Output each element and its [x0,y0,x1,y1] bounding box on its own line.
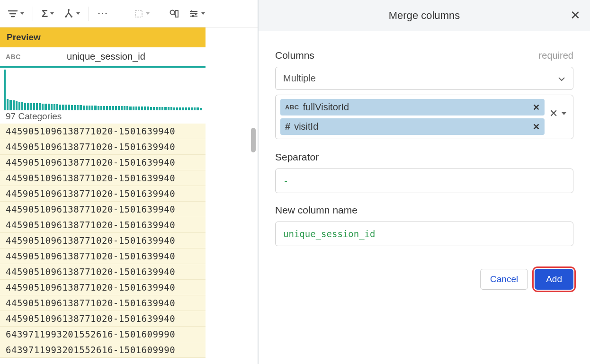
chart-bar [156,107,158,110]
table-row[interactable]: 4459051096138771020-1501639940 [0,264,206,280]
table-row[interactable]: 4459051096138771020-1501639940 [0,217,206,233]
columns-label: Columns [275,50,314,61]
chart-bar [150,107,152,110]
chevron-down-icon[interactable] [562,112,566,115]
column-name: unique_session_id [27,51,200,62]
chart-bar [62,105,64,110]
table-row[interactable]: 4459051096138771020-1501639940 [0,186,206,202]
columns-mode-select[interactable]: Multiple [275,67,573,90]
chevron-down-icon [146,12,150,15]
table-row[interactable]: 4459051096138771020-1501639940 [0,280,206,295]
table-row[interactable]: 4459051096138771020-1501639940 [0,202,206,217]
sigma-button[interactable]: Σ [38,5,58,23]
table-row[interactable]: 4459051096138771020-1501639940 [0,170,206,186]
columns-mode-value: Multiple [283,73,316,84]
table-row[interactable]: 6439711993201552616-1501609990 [0,342,206,358]
new-column-input[interactable]: unique_session_id [275,222,573,246]
svg-point-0 [68,9,70,11]
chart-bar [147,107,149,110]
new-column-value: unique_session_id [283,229,375,239]
chart-bar [121,106,123,110]
scrollbar-thumb[interactable] [251,128,256,152]
columns-chip-input[interactable]: ABCfullVisitorId✕#visitId✕ ✕ [275,95,573,139]
column-chip[interactable]: ABCfullVisitorId✕ [280,99,545,115]
filter-button[interactable] [4,7,28,21]
chevron-down-icon [50,12,54,15]
more-icon: ··· [98,8,108,19]
chart-bar [74,105,76,110]
table-row[interactable]: 4459051096138771020-1501639940 [0,295,206,311]
modal-header: Merge columns ✕ [259,0,590,31]
chip-remove-button[interactable]: ✕ [533,122,540,132]
separator-value: - [283,176,288,186]
chart-bar [118,106,120,110]
chart-bar [54,104,55,110]
close-button[interactable]: ✕ [570,8,581,23]
chevron-down-icon [76,12,80,15]
chart-bar [109,106,111,110]
chart-bar [13,100,15,110]
chart-bar [18,102,20,110]
chart-bar [83,106,85,110]
svg-rect-6 [191,10,192,12]
select-icon [134,9,143,18]
modal-title: Merge columns [389,9,460,22]
split-button[interactable] [60,6,84,22]
chevron-down-icon [558,73,565,84]
chip-label: visitId [294,121,318,132]
svg-point-1 [65,16,67,18]
chart-bar [24,103,26,110]
preview-header: Preview [0,27,206,47]
table-row[interactable]: 4459051096138771020-1501639940 [0,249,206,264]
table-row[interactable]: 4459051096138771020-1501639940 [0,139,206,155]
chart-bar [168,107,170,110]
column-header: ABC unique_session_id [0,47,206,68]
chart-bar [124,106,125,110]
chart-bar [153,107,155,110]
chart-bar [159,107,161,110]
chart-bar [164,107,166,110]
chart-bar [112,106,114,110]
new-column-label: New column name [275,204,573,216]
table-row[interactable]: 4459051096138771020-1501639940 [0,155,206,170]
chart-bar [161,107,163,110]
chart-bar [86,106,88,110]
chart-bar [71,105,73,110]
chevron-down-icon [201,12,205,15]
chart-bar [30,103,32,110]
separator-input[interactable]: - [275,169,573,193]
table-row[interactable]: 6439711993201552616-1501609990 [0,327,206,342]
svg-rect-7 [195,13,197,15]
sigma-icon: Σ [42,8,48,20]
svg-point-2 [71,16,72,18]
data-rows: 4459051096138771020-15016399404459051096… [0,124,206,358]
toolbar: Σ ··· [0,0,258,27]
clear-all-button[interactable]: ✕ [549,107,558,120]
table-row[interactable]: 4459051096138771020-1501639940 [0,124,206,139]
chart-bar [94,106,96,110]
column-chip[interactable]: #visitId✕ [280,118,545,135]
chip-remove-button[interactable]: ✕ [533,102,540,113]
chart-bar [36,103,38,110]
chart-bar [45,104,46,110]
chart-bar [27,103,29,110]
find-replace-button[interactable] [165,6,183,22]
abc-icon: ABC [285,104,299,111]
cancel-button[interactable]: Cancel [480,269,528,290]
required-label: required [539,50,573,61]
chart-bar [103,106,105,110]
tune-button[interactable] [185,6,209,21]
chart-bar [135,107,137,110]
more-button[interactable]: ··· [94,5,112,22]
type-badge: ABC [6,53,21,61]
chart-bar [39,103,41,110]
table-row[interactable]: 4459051096138771020-1501639940 [0,311,206,327]
chart-bar [65,105,67,110]
categories-count-label: 97 Categories [0,110,206,124]
chart-bar [126,106,128,110]
table-row[interactable]: 4459051096138771020-1501639940 [0,233,206,249]
tune-icon [188,9,199,18]
chevron-down-icon [20,12,24,15]
add-button[interactable]: Add [535,269,573,290]
select-area-button[interactable] [130,6,153,21]
